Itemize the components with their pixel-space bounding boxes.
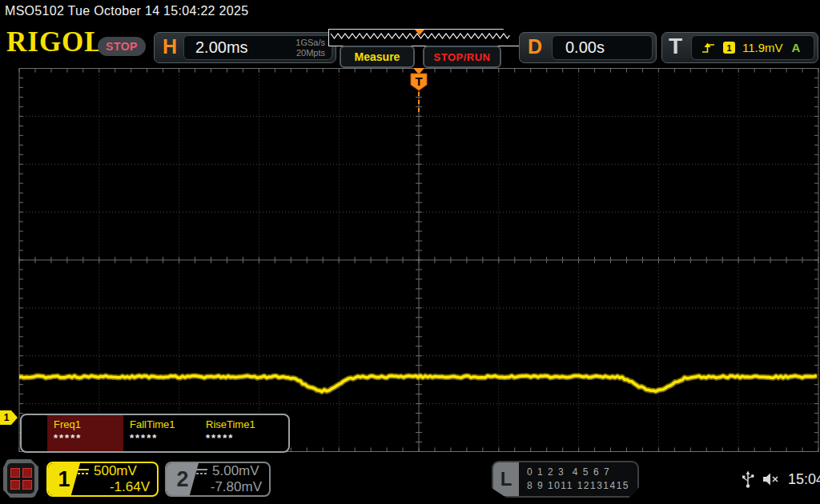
trigger-panel[interactable]: T 1 11.9mV A (661, 32, 818, 63)
trigger-sweep-mode: A (792, 41, 801, 54)
menu-button[interactable] (3, 459, 38, 498)
trigger-inset: 1 11.9mV A (691, 35, 814, 60)
preview-zigzag (329, 30, 518, 44)
logic-channels: 0 1 2 3 4 5 6 7 8 9 1011 12131415 (519, 462, 637, 496)
logic-analyzer-badge[interactable]: L 0 1 2 3 4 5 6 7 8 9 1011 12131415 (492, 461, 639, 498)
channel-1-scale: 500mV (94, 463, 137, 479)
t-label: T (669, 34, 682, 59)
svg-text:T: T (415, 74, 422, 88)
timebase-inset: 2.00ms 1GSa/s 20Mpts (183, 35, 332, 60)
measurement-value: ***** (206, 432, 275, 444)
delay-inset: 0.00s (552, 35, 653, 60)
logic-label: L (493, 462, 519, 496)
timebase-value: 2.00ms (184, 38, 295, 57)
measurement-label: FallTime1 (130, 418, 199, 430)
sample-rate: 1GSa/s (295, 38, 325, 48)
channel-2-offset: -7.80mV (199, 479, 262, 495)
channel-2-badge[interactable]: 2 5.00mV -7.80mV (165, 462, 271, 497)
channel-2-scale: 5.00mV (212, 463, 259, 479)
logic-row-1: 0 1 2 3 4 5 6 7 (527, 466, 629, 479)
measurement-item-falltime1[interactable]: FallTime1 ***** (123, 415, 199, 451)
acquisition-state-badge: STOP (98, 37, 146, 56)
speaker-muted-icon[interactable] (762, 472, 780, 486)
edge-trigger-icon (701, 42, 716, 54)
clock: 15:04 (788, 471, 820, 488)
trigger-level-value: 11.9mV (742, 41, 783, 54)
measurement-value: ***** (54, 432, 123, 444)
waveform-preview-strip[interactable] (328, 29, 521, 46)
measurement-box-lead (22, 415, 47, 451)
measurement-value: ***** (130, 432, 199, 444)
d-label: D (528, 35, 542, 58)
channel-2-values: 5.00mV -7.80mV (199, 463, 269, 495)
oscilloscope-screen: MSO5102 Tue October 14 15:04:22 2025 RIG… (0, 0, 820, 504)
logic-row-2: 8 9 1011 12131415 (527, 479, 629, 493)
channel-1-values: 500mV -1.64V (80, 463, 157, 495)
measurement-item-risetime1[interactable]: RiseTime1 ***** (199, 415, 275, 451)
channel-1-badge[interactable]: 1 500mV -1.64V (46, 462, 159, 497)
horizontal-delay-panel[interactable]: D 0.00s (519, 32, 657, 63)
measure-button[interactable]: Measure (340, 46, 415, 68)
rigol-logo: RIGOL (6, 28, 104, 56)
graticule: T1 (0, 68, 820, 452)
stop-run-button[interactable]: STOP/RUN (423, 46, 501, 68)
trigger-source-badge: 1 (723, 42, 735, 54)
title-bar: MSO5102 Tue October 14 15:04:22 2025 (0, 0, 820, 24)
measurement-results-box: Freq1 ***** FallTime1 ***** RiseTime1 **… (20, 414, 290, 453)
delay-value: 0.00s (553, 38, 605, 57)
measurement-label: Freq1 (54, 418, 123, 430)
channel-1-level-tag[interactable]: 1 (0, 410, 18, 425)
channel-2-number: 2 (167, 463, 199, 495)
svg-text:1: 1 (4, 412, 10, 423)
usb-icon (742, 470, 754, 488)
dc-coupling-icon (77, 468, 90, 475)
horizontal-timebase-panel[interactable]: H 2.00ms 1GSa/s 20Mpts (154, 32, 336, 63)
channel-1-offset: -1.64V (80, 479, 150, 495)
measurement-item-freq1[interactable]: Freq1 ***** (47, 415, 123, 451)
model-and-datetime: MSO5102 Tue October 14 15:04:22 2025 (5, 4, 248, 18)
measurement-label: RiseTime1 (206, 418, 275, 430)
dc-coupling-icon (195, 468, 208, 475)
menu-grid-icon (7, 463, 34, 494)
channel-1-number: 1 (48, 463, 80, 495)
h-label: H (163, 35, 177, 58)
samplerate-memdepth: 1GSa/s 20Mpts (295, 38, 332, 58)
memory-depth: 20Mpts (295, 48, 325, 58)
